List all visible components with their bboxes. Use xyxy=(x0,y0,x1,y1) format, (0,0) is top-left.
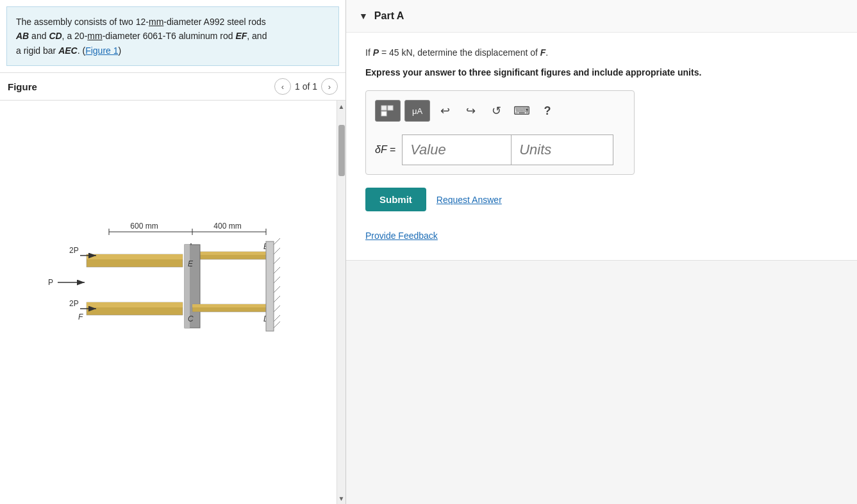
svg-rect-29 xyxy=(266,241,274,331)
keyboard-button[interactable]: ⌨ xyxy=(511,100,533,122)
figure-header: Figure ‹ 1 of 1 › xyxy=(0,72,345,101)
symbol-palette-button[interactable] xyxy=(375,100,401,122)
svg-text:2P: 2P xyxy=(69,299,79,308)
right-panel: ▼ Part A If P = 45 kN, determine the dis… xyxy=(346,0,857,504)
ef-italic: EF xyxy=(235,31,247,41)
figure-page-info: 1 of 1 xyxy=(295,81,317,92)
provide-feedback-link[interactable]: Provide Feedback xyxy=(365,231,438,241)
figure1-link[interactable]: Figure 1 xyxy=(85,45,118,56)
symbol-palette-icon xyxy=(381,105,395,117)
svg-text:C: C xyxy=(188,314,194,323)
svg-line-39 xyxy=(274,321,280,328)
redo-icon: ↪ xyxy=(466,104,476,118)
scroll-down-arrow[interactable]: ▼ xyxy=(337,492,346,504)
aec-italic: AEC xyxy=(58,45,78,56)
left-panel: The assembly consists of two 12-mm-diame… xyxy=(0,0,346,504)
delta-label: δF = xyxy=(375,144,395,156)
figure-prev-button[interactable]: ‹ xyxy=(274,78,291,95)
part-collapse-arrow[interactable]: ▼ xyxy=(359,11,368,21)
cd-italic: CD xyxy=(49,31,62,41)
svg-text:F: F xyxy=(78,313,83,321)
p-variable: P xyxy=(373,47,379,58)
help-button[interactable]: ? xyxy=(537,100,558,122)
svg-rect-43 xyxy=(381,111,387,116)
svg-line-33 xyxy=(274,267,280,273)
svg-line-30 xyxy=(274,238,280,245)
ab-italic: AB xyxy=(16,31,29,41)
figure-title: Figure xyxy=(8,81,37,92)
instruction-text: Express your answer to three significant… xyxy=(365,67,838,77)
action-row: Submit Request Answer xyxy=(365,188,838,211)
mu-a-label: μA xyxy=(412,106,422,116)
undo-icon: ↩ xyxy=(440,104,450,118)
mm-underline-2: mm xyxy=(87,31,102,41)
problem-text-line1: The assembly consists of two 12-mm-diame… xyxy=(16,17,266,27)
svg-rect-42 xyxy=(388,106,393,110)
reset-icon: ↺ xyxy=(492,104,501,118)
input-row: δF = xyxy=(375,134,625,165)
part-a-section: ▼ Part A If P = 45 kN, determine the dis… xyxy=(346,0,857,261)
mm-underline-1: mm xyxy=(149,17,163,27)
problem-description: The assembly consists of two 12-mm-diame… xyxy=(6,6,339,66)
svg-text:E: E xyxy=(188,259,194,268)
part-content: If P = 45 kN, determine the displacement… xyxy=(346,33,857,260)
undo-button[interactable]: ↩ xyxy=(434,100,456,122)
scroll-thumb[interactable] xyxy=(338,125,345,176)
svg-line-35 xyxy=(274,286,280,293)
problem-text-line3: a rigid bar AEC. (Figure 1) xyxy=(16,45,121,56)
part-header: ▼ Part A xyxy=(346,0,857,33)
svg-rect-10 xyxy=(192,252,266,255)
svg-rect-41 xyxy=(381,106,387,110)
figure-scrollbar[interactable]: ▲ ▼ xyxy=(337,101,345,504)
svg-rect-19 xyxy=(192,304,266,307)
question-text: If P = 45 kN, determine the displacement… xyxy=(365,45,838,60)
svg-line-36 xyxy=(274,296,280,302)
reset-button[interactable]: ↺ xyxy=(485,100,507,122)
help-icon: ? xyxy=(544,104,551,118)
figure-svg: 600 mm 400 mm A B xyxy=(45,203,295,402)
svg-line-32 xyxy=(274,257,280,264)
value-input[interactable] xyxy=(402,134,511,165)
f-variable: F xyxy=(540,47,546,58)
figure-nav: ‹ 1 of 1 › xyxy=(274,78,338,95)
svg-line-34 xyxy=(274,277,280,283)
redo-button[interactable]: ↪ xyxy=(460,100,481,122)
svg-line-37 xyxy=(274,305,280,312)
request-answer-button[interactable]: Request Answer xyxy=(437,195,502,205)
submit-button[interactable]: Submit xyxy=(365,188,426,211)
svg-text:600 mm: 600 mm xyxy=(130,222,158,231)
svg-rect-14 xyxy=(87,254,183,259)
figure-next-button[interactable]: › xyxy=(321,78,338,95)
units-input[interactable] xyxy=(511,134,613,165)
part-title: Part A xyxy=(374,10,404,22)
figure-svg-container: 600 mm 400 mm A B xyxy=(0,101,345,504)
svg-text:2P: 2P xyxy=(69,246,79,255)
problem-text-line2: AB and CD, a 20-mm-diameter 6061-T6 alum… xyxy=(16,31,267,41)
svg-text:P: P xyxy=(48,278,53,287)
figure-area: 600 mm 400 mm A B xyxy=(0,101,345,504)
svg-text:400 mm: 400 mm xyxy=(213,222,241,231)
svg-rect-23 xyxy=(87,302,183,307)
mu-a-button[interactable]: μA xyxy=(404,100,430,122)
svg-line-38 xyxy=(274,315,280,321)
keyboard-icon: ⌨ xyxy=(513,104,530,118)
answer-toolbar: μA ↩ ↪ ↺ ⌨ ? xyxy=(375,100,625,127)
svg-line-31 xyxy=(274,248,280,254)
scroll-up-arrow[interactable]: ▲ xyxy=(337,101,346,112)
answer-box: μA ↩ ↪ ↺ ⌨ ? xyxy=(365,90,635,175)
